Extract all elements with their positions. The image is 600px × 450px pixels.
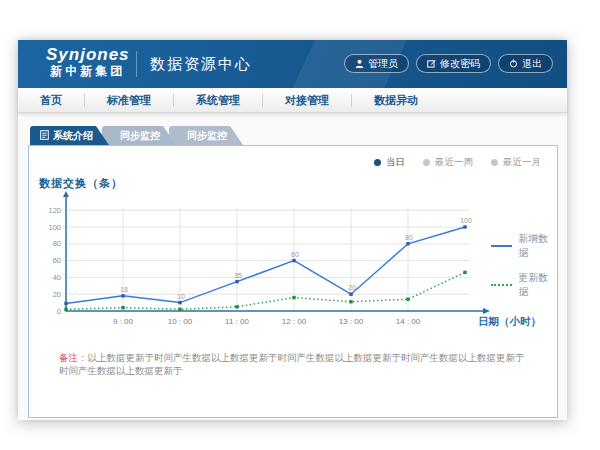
app-window: Synjones 新中新集团 数据资源中心 管理员 修改密码: [18, 40, 567, 420]
svg-text:0: 0: [57, 307, 61, 316]
content-panel: 当日 最近一周 最近一月 数据交换（条） 0204060801001209 : …: [28, 145, 558, 418]
radio-dot-icon: [491, 159, 498, 166]
user-icon: [355, 59, 364, 68]
svg-text:80: 80: [405, 234, 413, 241]
svg-text:60: 60: [53, 256, 61, 265]
radio-dot-icon: [423, 159, 430, 166]
note-text: ：以上数据更新于时间产生数据以上数据更新于时间产生数据以上数据更新于时间产生数据…: [59, 352, 525, 376]
legend-label: 更新数据: [518, 271, 557, 299]
logout-label: 退出: [522, 57, 542, 71]
tab-label: 系统介绍: [53, 129, 93, 143]
footer-note: 备注：以上数据更新于时间产生数据以上数据更新于时间产生数据以上数据更新于时间产生…: [59, 351, 529, 377]
app-header: Synjones 新中新集团 数据资源中心 管理员 修改密码: [18, 40, 567, 88]
logo-text-cn: 新中新集团: [46, 64, 130, 79]
tab-sync-monitor-2[interactable]: 同步监控: [169, 126, 243, 145]
main-nav: 首页 标准管理 系统管理 对接管理 数据异动: [18, 88, 567, 113]
radio-label: 最近一月: [503, 156, 541, 169]
logout-button[interactable]: 退出: [498, 54, 553, 73]
radio-today[interactable]: 当日: [374, 156, 405, 169]
svg-text:10 : 00: 10 : 00: [168, 317, 193, 326]
svg-text:60: 60: [291, 251, 299, 258]
nav-item-standard-mgmt[interactable]: 标准管理: [85, 94, 174, 107]
radio-last-week[interactable]: 最近一周: [423, 156, 473, 169]
chart-legend: 新增数据 更新数据: [491, 232, 557, 299]
radio-label: 当日: [386, 156, 405, 169]
logo-text-en: Synjones: [46, 45, 130, 64]
svg-text:12 : 00: 12 : 00: [282, 317, 307, 326]
blue-line-swatch-icon: [491, 245, 512, 247]
line-chart: 0204060801001209 : 0010 : 0011 : 0012 : …: [29, 191, 559, 336]
legend-item-new-data: 新增数据: [491, 232, 557, 260]
document-icon: [40, 130, 49, 142]
nav-item-system-mgmt[interactable]: 系统管理: [174, 94, 263, 107]
power-icon: [509, 59, 518, 68]
green-line-swatch-icon: [491, 284, 512, 286]
svg-text:日期（小时）: 日期（小时）: [478, 315, 541, 328]
radio-dot-icon: [374, 159, 381, 166]
svg-text:100: 100: [48, 223, 61, 232]
svg-text:20: 20: [348, 284, 356, 291]
svg-text:80: 80: [53, 239, 61, 248]
svg-text:11 : 00: 11 : 00: [225, 317, 249, 326]
chart-y-axis-title: 数据交换（条）: [39, 176, 123, 191]
svg-text:14 : 00: 14 : 00: [396, 317, 421, 326]
header-actions: 管理员 修改密码 退出: [344, 54, 553, 73]
svg-text:10: 10: [177, 293, 185, 300]
page-title: 数据资源中心: [150, 55, 252, 74]
radio-last-month[interactable]: 最近一月: [491, 156, 541, 169]
note-prefix: 备注: [59, 352, 78, 363]
svg-text:40: 40: [53, 273, 61, 282]
tab-label: 同步监控: [187, 129, 227, 143]
header-divider: [136, 51, 137, 77]
svg-text:20: 20: [53, 290, 61, 299]
svg-text:100: 100: [460, 217, 472, 224]
svg-text:18: 18: [120, 286, 128, 293]
tab-system-intro[interactable]: 系统介绍: [30, 126, 109, 145]
svg-text:120: 120: [48, 206, 61, 215]
admin-user-button[interactable]: 管理员: [344, 54, 409, 73]
legend-label: 新增数据: [518, 232, 557, 260]
change-password-label: 修改密码: [440, 57, 480, 71]
nav-item-home[interactable]: 首页: [18, 94, 85, 107]
svg-text:9 : 00: 9 : 00: [113, 317, 134, 326]
admin-user-label: 管理员: [368, 57, 398, 71]
period-filter: 当日 最近一周 最近一月: [374, 156, 541, 169]
radio-label: 最近一周: [435, 156, 473, 169]
page: Synjones 新中新集团 数据资源中心 管理员 修改密码: [0, 0, 600, 450]
change-password-button[interactable]: 修改密码: [416, 54, 491, 73]
company-logo: Synjones 新中新集团: [46, 45, 130, 79]
edit-icon: [427, 59, 436, 68]
tab-sync-monitor-1[interactable]: 同步监控: [102, 126, 176, 145]
tab-bar: 系统介绍 同步监控 同步监控: [30, 126, 567, 145]
svg-text:35: 35: [234, 272, 242, 279]
tab-label: 同步监控: [120, 129, 160, 143]
svg-text:13 : 00: 13 : 00: [339, 317, 364, 326]
nav-item-interface-mgmt[interactable]: 对接管理: [263, 94, 352, 107]
nav-item-data-change[interactable]: 数据异动: [352, 94, 440, 107]
legend-item-updated-data: 更新数据: [491, 271, 557, 299]
